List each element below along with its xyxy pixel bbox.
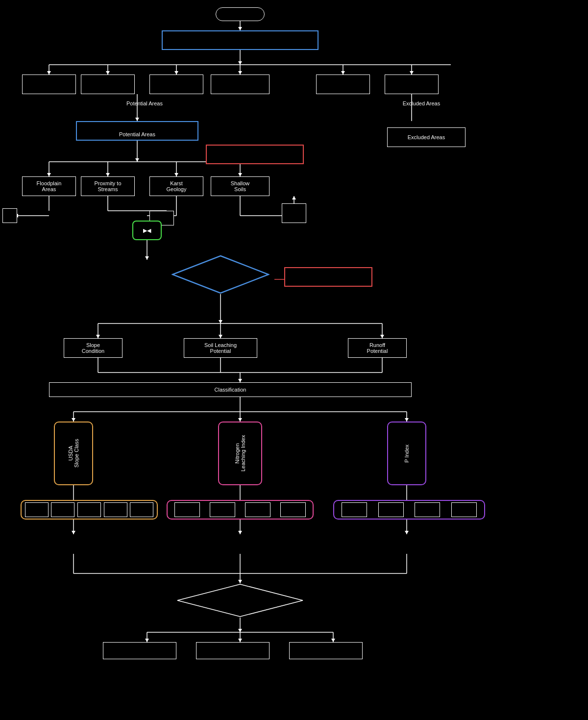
og-box-4 [104, 502, 127, 517]
row2-box-4 [211, 74, 270, 94]
bottom-box-1 [103, 642, 176, 659]
svg-marker-92 [238, 639, 242, 642]
red-mid-rect [206, 145, 304, 164]
blue-diamond [172, 255, 270, 294]
usda-slope-box: USDA Slope Class [54, 422, 93, 485]
svg-marker-62 [238, 379, 242, 382]
svg-marker-90 [145, 639, 149, 642]
bottom-box-3 [289, 642, 363, 659]
svg-marker-54 [219, 335, 222, 338]
svg-marker-1 [238, 27, 242, 30]
og-box-3 [77, 502, 101, 517]
svg-marker-3 [238, 61, 242, 65]
svg-marker-79 [405, 531, 409, 534]
svg-marker-56 [380, 335, 384, 338]
svg-marker-21 [135, 158, 139, 162]
svg-marker-12 [238, 71, 242, 74]
classification-box: Classification [49, 382, 412, 397]
pink-group [167, 500, 314, 520]
red-rect-lower [284, 267, 372, 287]
svg-marker-28 [174, 173, 178, 176]
svg-marker-94 [331, 639, 335, 642]
svg-marker-66 [72, 418, 75, 422]
svg-marker-18 [135, 118, 139, 121]
pu-box-2 [378, 502, 404, 517]
row2-box-3 [149, 74, 203, 94]
pg-box-1 [174, 502, 200, 517]
small-right-box [282, 203, 306, 223]
svg-marker-95 [172, 256, 269, 293]
svg-marker-70 [405, 418, 409, 422]
nitrogen-box: Nitrogen Leaching Index [218, 422, 262, 485]
og-box-5 [130, 502, 153, 517]
orange-group [21, 500, 158, 520]
svg-marker-26 [106, 173, 110, 176]
svg-marker-96 [177, 584, 303, 617]
karst-box: Karst Geology [149, 176, 203, 196]
potential-areas-label: Potential Areas [115, 100, 174, 106]
og-box-2 [51, 502, 74, 517]
small-left-box [2, 208, 17, 223]
p-index-box: P Index [387, 422, 426, 485]
pu-box-3 [415, 502, 440, 517]
bottom-diamond [176, 583, 304, 618]
row2-box-6 [385, 74, 439, 94]
runoff-box: Runoff Potential [348, 338, 407, 358]
svg-marker-75 [72, 531, 75, 534]
svg-marker-14 [341, 71, 345, 74]
bottom-box-2 [196, 642, 270, 659]
svg-marker-24 [47, 173, 51, 176]
floodplain-box: Floodplain Areas [22, 176, 76, 196]
pu-box-4 [451, 502, 477, 517]
purple-group [333, 500, 485, 520]
svg-marker-8 [106, 71, 110, 74]
row2-box-2 [81, 74, 135, 94]
shallow-soils-box: Shallow Soils [211, 176, 270, 196]
soil-leaching-box: Soil Leaching Potential [184, 338, 257, 358]
svg-marker-87 [238, 629, 242, 632]
svg-marker-30 [238, 173, 242, 176]
green-box: ▶◀ [132, 221, 162, 240]
svg-marker-10 [174, 71, 178, 74]
svg-marker-6 [47, 71, 51, 74]
slope-condition-box: Slope Condition [64, 338, 122, 358]
row2-box-5 [316, 74, 370, 94]
svg-marker-48 [219, 320, 222, 323]
pg-box-4 [280, 502, 306, 517]
flowchart-diagram: Potential Areas Excluded Areas Floodplai… [0, 0, 588, 720]
excluded-areas-box: Excluded Areas [387, 127, 466, 147]
og-box-1 [25, 502, 49, 517]
svg-marker-52 [96, 335, 100, 338]
svg-marker-68 [238, 418, 242, 422]
pg-box-3 [245, 502, 270, 517]
pg-box-2 [210, 502, 235, 517]
potential-areas-inline: Potential Areas [103, 127, 172, 141]
svg-marker-16 [410, 71, 414, 74]
proximity-box: Proxmity to Streams [81, 176, 135, 196]
svg-marker-44 [292, 196, 296, 199]
pu-box-1 [342, 502, 367, 517]
svg-marker-77 [238, 531, 242, 534]
svg-marker-85 [238, 580, 242, 583]
top-blue-box [162, 30, 318, 50]
excluded-areas-label: Excluded Areas [392, 100, 451, 106]
start-oval [216, 7, 265, 21]
green-box-icon: ▶◀ [143, 227, 151, 234]
row2-box-1 [22, 74, 76, 94]
svg-marker-46 [145, 256, 149, 260]
